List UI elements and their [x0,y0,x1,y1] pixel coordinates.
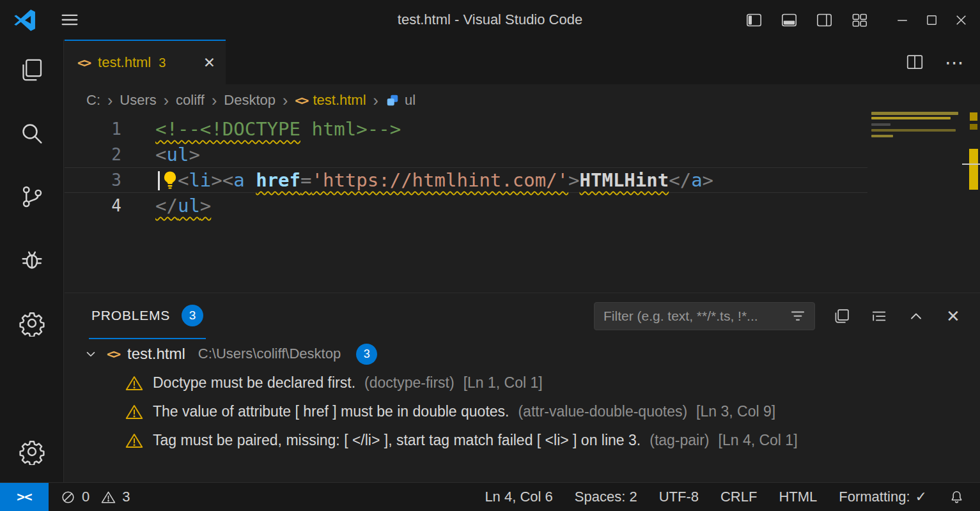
warning-icon [125,402,144,422]
tab-label: test.html [98,54,151,71]
breadcrumb-item[interactable]: <>test.html [295,92,366,109]
status-formatting[interactable]: Formatting: ✓ [839,489,927,505]
minimap-line [871,112,958,115]
close-tab-icon[interactable]: ✕ [203,54,215,72]
maximize-panel-icon[interactable] [906,306,926,326]
file-problems-badge: 3 [356,344,377,365]
toggle-primary-sidebar-icon[interactable] [745,11,763,29]
chevron-right-icon: › [212,93,217,109]
html-file-icon: <> [77,55,90,70]
code-token: li [189,169,211,191]
line-number[interactable]: 2 [65,142,121,167]
problem-message: The value of attribute [ href ] must be … [153,403,509,420]
toggle-secondary-sidebar-icon[interactable] [815,11,833,29]
code-token: < [178,169,189,191]
split-editor-icon[interactable] [905,52,925,72]
breadcrumb-item[interactable]: C: [86,92,100,109]
problem-item[interactable]: The value of attribute [ href ] must be … [65,397,980,426]
html-file-icon: <> [295,93,307,108]
line-number[interactable]: 4 [65,193,121,218]
overview-ruler-warning [969,149,978,190]
breadcrumb: C:›Users›coliff›Desktop›<>test.html›ul [65,84,980,116]
problems-file-row[interactable]: <> test.html C:\Users\coliff\Desktop 3 [65,339,980,369]
line-number[interactable]: 3 [65,168,121,192]
code-token: ul [178,195,200,217]
code-editor[interactable]: 1<!--<!DOCTYPE html>-->2<ul>3 <li><a hre… [65,116,980,293]
breadcrumb-item[interactable]: ul [385,92,416,109]
line-number[interactable]: 1 [65,116,121,142]
close-panel-icon[interactable]: ✕ [943,306,963,326]
minimize-window-icon[interactable] [893,11,911,29]
chevron-down-icon[interactable] [82,346,99,362]
overview-ruler-warning [970,112,977,121]
lightbulb-icon[interactable] [162,171,178,190]
explorer-icon[interactable] [18,56,46,84]
code-token: > [703,169,713,191]
vscode-logo-icon [13,8,37,32]
close-window-icon[interactable] [952,11,970,29]
status-eol[interactable]: CRLF [720,489,757,505]
status-encoding[interactable]: UTF-8 [659,489,699,505]
status-indentation[interactable]: Spaces: 2 [575,489,637,505]
problem-item[interactable]: Doctype must be declared first.(doctype-… [65,369,980,397]
more-actions-icon[interactable]: ⋯ [944,52,965,72]
panel-header: PROBLEMS 3 [65,293,980,339]
problems-badge: 3 [182,305,203,326]
filter-icon[interactable] [788,306,808,326]
code-token: > [200,195,211,217]
chevron-right-icon: › [283,93,288,109]
problem-rule: (tag-pair) [649,432,709,449]
panel-title: PROBLEMS [91,308,170,323]
tab-problems-count: 3 [159,56,166,70]
remote-indicator[interactable]: >< [0,483,49,511]
tab-problems[interactable]: PROBLEMS 3 [89,293,206,339]
problems-file-name: test.html [127,345,185,363]
symbol-element-icon [385,93,400,107]
view-as-table-icon[interactable] [832,306,852,326]
source-control-icon[interactable] [18,183,46,211]
problems-list: Doctype must be declared first.(doctype-… [65,369,980,455]
code-content: <li><a href='https://htmlhint.com/'>HTML… [121,168,713,192]
chevron-right-icon: › [164,93,169,109]
tab-bar: <> test.html 3 ✕ [65,40,980,84]
problems-file-path: C:\Users\coliff\Desktop [198,346,341,362]
settings-gear-icon[interactable] [18,438,46,466]
minimap-line [871,123,891,126]
customize-layout-icon[interactable] [850,11,868,29]
breadcrumb-item[interactable]: coliff [176,92,205,109]
code-token: 'https://htmlhint.com/' [311,169,568,191]
status-cursor-position[interactable]: Ln 4, Col 6 [485,489,552,505]
breadcrumb-item[interactable]: Users [120,92,156,109]
code-line[interactable]: 2<ul> [65,142,867,167]
code-token: a [233,169,244,191]
run-debug-icon[interactable] [18,246,46,274]
problems-filter [594,302,815,330]
warning-icon [100,489,116,505]
warning-icon [125,431,144,450]
extension-gear-icon[interactable] [18,309,46,337]
tab-test-html[interactable]: <> test.html 3 ✕ [65,40,226,84]
code-line[interactable]: 3 <li><a href='https://htmlhint.com/'>HT… [65,167,867,193]
problem-item[interactable]: Tag must be paired, missing: [ </li> ], … [65,426,980,455]
notifications-bell-icon[interactable] [949,489,965,505]
overview-ruler-cursor [962,164,980,165]
toggle-panel-icon[interactable] [780,11,798,29]
menu-hamburger-icon[interactable] [59,9,81,31]
problem-location: [Ln 1, Col 1] [463,374,543,392]
chevron-right-icon: › [373,93,378,109]
problems-filter-input[interactable] [603,309,782,324]
breadcrumb-label: Users [120,92,156,109]
maximize-window-icon[interactable] [922,11,940,29]
status-language[interactable]: HTML [779,489,817,505]
collapse-all-icon[interactable] [869,306,889,326]
breadcrumb-item[interactable]: Desktop [224,92,276,109]
search-icon[interactable] [18,119,46,148]
code-token: </ [155,195,178,217]
code-line[interactable]: 4</ul> [65,193,867,218]
error-count: 0 [82,489,89,505]
code-line[interactable]: 1<!--<!DOCTYPE html>--> [65,116,867,142]
code-content: </ul> [121,193,211,218]
status-problems[interactable]: 0 3 [60,489,130,505]
breadcrumb-label: coliff [176,92,205,109]
minimap[interactable] [871,112,962,137]
